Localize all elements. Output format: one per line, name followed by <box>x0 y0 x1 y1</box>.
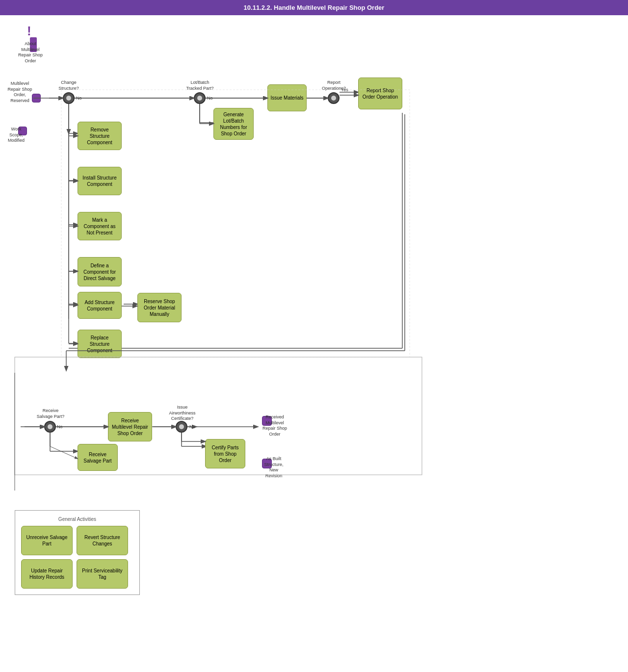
lot-batch-label: Lot/BatchTracked Part? <box>182 80 218 91</box>
receive-multilevel-label: Receive Multilevel Repair Shop Order <box>110 417 150 437</box>
issue-materials-box[interactable]: Issue Materials <box>267 84 307 111</box>
general-activities-title: General Activities <box>21 517 133 522</box>
replace-structure-label: Replace Structure Component <box>80 335 119 354</box>
svg-line-34 <box>50 446 78 459</box>
gateway-report-ops <box>328 92 340 104</box>
gateway-change-structure <box>63 92 75 104</box>
unreceive-salvage-label: Unreceive Salvage Part <box>24 534 70 547</box>
generate-lot-batch-label: Generate Lot/Batch Numbers for Shop Orde… <box>216 111 251 137</box>
reserve-manually-label: Reserve Shop Order Material Manually <box>140 298 179 317</box>
receive-salvage-box[interactable]: Receive Salvage Part <box>78 444 118 471</box>
exclamation-icon: ! <box>27 24 31 39</box>
unreceive-salvage-box[interactable]: Unreceive Salvage Part <box>21 526 73 555</box>
report-shop-order-label: Report Shop Order Operation <box>361 87 400 100</box>
general-activities-box: General Activities Unreceive Salvage Par… <box>15 510 140 595</box>
receive-multilevel-box[interactable]: Receive Multilevel Repair Shop Order <box>108 412 152 441</box>
report-shop-order-box[interactable]: Report Shop Order Operation <box>358 78 402 109</box>
issue-airworthiness-no: No <box>189 424 195 430</box>
install-structure-label: Install Structure Component <box>80 175 119 187</box>
issue-airworthiness-label: IssueAirworthinessCertificate? <box>164 405 201 422</box>
lot-batch-no: No <box>207 96 213 102</box>
remove-structure-label: Remove Structure Component <box>80 127 119 146</box>
issue-materials-label: Issue Materials <box>270 95 303 101</box>
receive-salvage-label: ReceiveSalvage Part? <box>33 408 68 419</box>
add-structure-box[interactable]: Add Structure Component <box>78 292 122 319</box>
gateway-issue-airworthiness <box>176 421 187 433</box>
replace-structure-box[interactable]: Replace Structure Component <box>78 330 122 358</box>
work-scope-label: Work Scope,Modified <box>4 127 28 144</box>
multilevel-input-label: MultilevelRepair ShopOrder,Reserved <box>4 81 36 104</box>
mark-not-present-label: Mark a Component as Not Present <box>80 217 119 236</box>
certify-parts-box[interactable]: Certify Parts from Shop Order <box>205 439 245 468</box>
update-history-label: Update Repair History Records <box>24 568 70 580</box>
install-structure-box[interactable]: Install Structure Component <box>78 167 122 195</box>
title-bar: 10.11.2.2. Handle Multilevel Repair Shop… <box>0 0 628 15</box>
certify-parts-label: Certify Parts from Shop Order <box>208 444 243 464</box>
define-direct-salvage-label: Define a Component for Direct Salvage <box>80 262 119 282</box>
print-serviceability-box[interactable]: Print Serviceability Tag <box>77 559 128 589</box>
revert-structure-label: Revert Structure Changes <box>79 534 126 547</box>
mark-not-present-box[interactable]: Mark a Component as Not Present <box>78 212 122 240</box>
print-serviceability-label: Print Serviceability Tag <box>79 568 126 580</box>
received-multilevel-label: ReceivedMultilevelRepair ShopOrder <box>255 414 294 438</box>
receive-salvage-no: No <box>57 424 63 430</box>
receive-salvage-part-label: Receive Salvage Part <box>80 451 115 464</box>
generate-lot-batch-box[interactable]: Generate Lot/Batch Numbers for Shop Orde… <box>213 108 254 140</box>
remove-structure-box[interactable]: Remove Structure Component <box>78 122 122 150</box>
add-structure-label: Add Structure Component <box>80 299 119 312</box>
diagram-container: 10.11.2.2. Handle Multilevel Repair Shop… <box>0 0 628 672</box>
as-built-label: As BuiltStructure,NewRevision <box>254 456 293 479</box>
about-label: AboutMultilevelRepair ShopOrder <box>11 41 50 64</box>
gateway-lot-batch <box>194 92 206 104</box>
change-structure-no: No <box>76 96 82 102</box>
reserve-manually-box[interactable]: Reserve Shop Order Material Manually <box>137 293 182 322</box>
revert-structure-box[interactable]: Revert Structure Changes <box>77 526 128 555</box>
change-structure-label: ChangeStructure? <box>54 80 83 91</box>
define-direct-salvage-box[interactable]: Define a Component for Direct Salvage <box>78 257 122 286</box>
gateway-receive-salvage <box>44 421 56 433</box>
update-history-box[interactable]: Update Repair History Records <box>21 559 73 589</box>
report-ops-yes: Yes <box>341 87 348 93</box>
